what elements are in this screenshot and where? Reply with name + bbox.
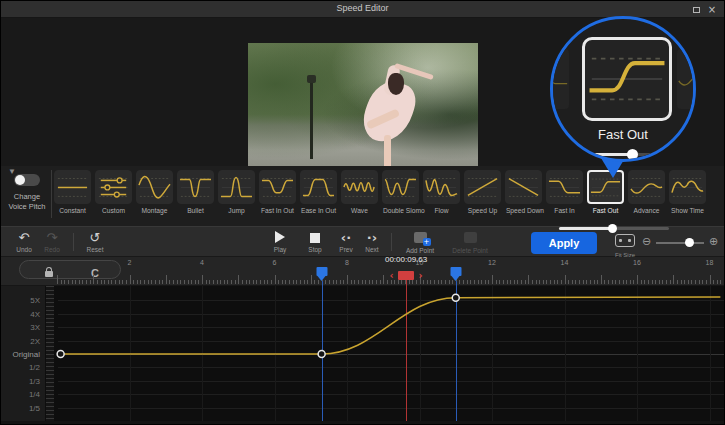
zoom-slider-knob[interactable] <box>685 238 694 247</box>
add-point-label: Add Point <box>399 247 441 254</box>
apply-button[interactable]: Apply <box>531 232 597 254</box>
reset-label: Reset <box>81 246 109 253</box>
undo-button[interactable]: ↶ Undo <box>11 231 37 253</box>
preset-intensity-slider[interactable] <box>559 227 669 230</box>
preset-jump[interactable]: Jump <box>218 170 255 214</box>
ruler-tick <box>507 280 508 284</box>
preset-label: Speed Down <box>506 207 541 214</box>
preset-double-slomo[interactable]: Double Slomo <box>382 170 419 214</box>
maximize-button[interactable] <box>690 4 702 15</box>
preset-speed-down[interactable]: Speed Down <box>505 170 542 214</box>
preset-wave[interactable]: Wave <box>341 170 378 214</box>
keyframe-pin-1[interactable] <box>316 267 327 276</box>
zoom-out-icon[interactable]: ⊖ <box>642 235 651 248</box>
ruler-tick <box>681 280 682 284</box>
ruler-tick <box>188 280 189 284</box>
preset-label: Fast In Out <box>260 207 295 214</box>
preset-label: Constant <box>55 207 90 214</box>
ruler-tick <box>583 280 584 284</box>
ruler-tick <box>64 280 65 284</box>
playhead-marker[interactable]: ‹ › <box>384 266 428 284</box>
preset-show-time[interactable]: Show Time <box>669 170 706 214</box>
redo-label: Redo <box>39 246 65 253</box>
lock-button[interactable] <box>36 263 62 277</box>
ruler-tick <box>126 280 127 284</box>
fast-in-out-curve-icon <box>259 170 296 204</box>
ruler-tick <box>550 280 551 284</box>
preset-speed-up[interactable]: Speed Up <box>464 170 501 214</box>
reset-icon: ↺ <box>81 231 109 245</box>
preset-advance[interactable]: Advance <box>628 170 665 214</box>
slider-knob[interactable] <box>608 224 617 233</box>
keyframe-pin-2[interactable] <box>450 267 461 276</box>
keyframe-point-2[interactable] <box>318 351 325 358</box>
preset-constant[interactable]: Constant <box>54 170 91 214</box>
preset-fast-in[interactable]: Fast In <box>546 170 583 214</box>
next-button[interactable]: ·› Next <box>359 231 385 253</box>
ruler-tick <box>369 280 370 284</box>
speed-up-curve-icon <box>464 170 501 204</box>
ruler-tick <box>470 280 471 284</box>
zoom-slider-track[interactable] <box>656 242 704 244</box>
keyframe-point-3[interactable] <box>452 294 459 301</box>
ruler-tick <box>673 275 674 284</box>
ruler-tick <box>575 280 576 284</box>
add-point-icon: + <box>399 232 441 246</box>
playhead-right-arrow-icon[interactable]: › <box>419 270 423 281</box>
ruler-tick <box>691 280 692 284</box>
ruler-tick <box>488 280 489 284</box>
ruler-number-8: 8 <box>345 259 349 266</box>
timeline-ruler[interactable]: C 2468101214161800:00:09.63‹ › <box>1 257 724 286</box>
ruler-tick <box>430 280 431 284</box>
playhead-left-arrow-icon[interactable]: ‹ <box>390 270 394 281</box>
redo-button[interactable]: ↷ Redo <box>39 231 65 253</box>
speed-editor-window: Speed Editor × Fast Out <box>0 0 725 425</box>
ruler-tick <box>75 280 76 284</box>
preset-bullet[interactable]: Bullet <box>177 170 214 214</box>
ruler-tick <box>648 280 649 284</box>
ruler-tick <box>224 280 225 284</box>
ruler-tick <box>209 280 210 284</box>
ruler-tick <box>449 280 450 284</box>
ruler-tick <box>246 280 247 284</box>
ruler-number-16: 16 <box>633 259 641 266</box>
close-button[interactable]: × <box>706 4 718 15</box>
preset-ease-in-out[interactable]: Ease In Out <box>300 170 337 214</box>
advance-curve-icon <box>628 170 665 204</box>
add-point-button[interactable]: + Add Point <box>399 232 441 254</box>
reset-button[interactable]: ↺ Reset <box>81 231 109 253</box>
next-label: Next <box>359 246 385 253</box>
ruler-tick <box>311 275 312 284</box>
zoom-in-icon[interactable]: ⊕ <box>709 235 718 248</box>
bullet-curve-icon <box>177 170 214 204</box>
snap-button[interactable]: C <box>82 263 108 277</box>
preset-label: Double Slomo <box>383 207 418 214</box>
ruler-tick <box>169 280 170 284</box>
ruler-number-4: 4 <box>200 259 204 266</box>
ruler-tick <box>104 280 105 284</box>
stop-button[interactable]: Stop <box>301 231 329 253</box>
preset-custom[interactable]: Custom <box>95 170 132 214</box>
play-label: Play <box>266 246 294 253</box>
ruler-tick <box>659 280 660 284</box>
ruler-tick <box>238 275 239 284</box>
prev-button[interactable]: ‹· Prev <box>333 231 359 253</box>
preset-fast-in-out[interactable]: Fast In Out <box>259 170 296 214</box>
video-preview <box>248 43 478 180</box>
ruler-tick <box>717 280 718 284</box>
ruler-tick <box>329 280 330 284</box>
ruler-tick <box>702 280 703 284</box>
keyframe-point-1[interactable] <box>57 351 64 358</box>
preset-montage[interactable]: Montage <box>136 170 173 214</box>
preset-flow[interactable]: Flow <box>423 170 460 214</box>
ruler-tick <box>445 280 446 284</box>
change-voice-pitch-toggle[interactable] <box>14 174 40 186</box>
play-button[interactable]: Play <box>266 231 294 253</box>
magnifier-callout: Fast Out <box>550 16 696 162</box>
ease-in-out-curve-icon <box>300 170 337 204</box>
playhead-handle[interactable] <box>398 271 414 280</box>
fit-size-button[interactable]: Fit Size <box>613 233 637 258</box>
preset-label: Jump <box>219 207 254 214</box>
delete-point-button[interactable]: Delete Point <box>445 232 495 254</box>
ruler-tick <box>264 280 265 284</box>
